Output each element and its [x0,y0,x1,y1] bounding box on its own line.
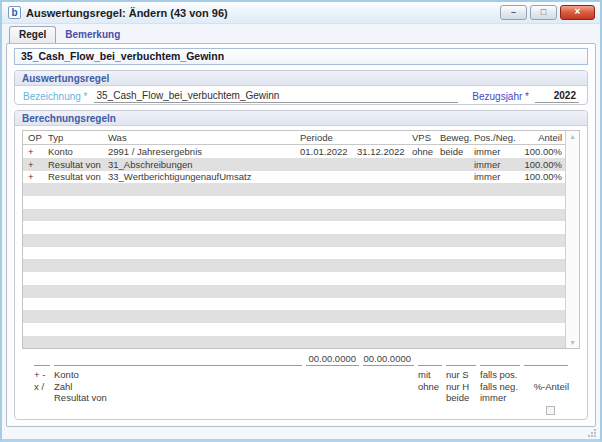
col-op: OP [28,132,48,143]
berechnungsregeln-table: OP Typ Was Periode VPS Beweg. Pos./Neg. … [22,130,580,349]
entry-was-input[interactable] [54,353,302,366]
legend-spacer-1 [306,369,363,417]
groupbox-auswertungsregel-title: Auswertungsregel [15,71,587,86]
cell-posneg: immer [474,171,518,182]
dialog-window: b Auswertungsregel: Ändern (43 von 96) –… [0,0,602,442]
legend-vps: mit ohne [418,369,446,417]
cell-op: + [28,171,48,182]
bezeichnung-label: Bezeichnung * [23,91,88,102]
legend-posneg: falls pos. falls neg. immer [480,369,524,417]
cell-posneg: immer [474,159,518,170]
bezugsjahr-label: Bezugsjahr * [472,91,529,102]
entry-periode-von-input[interactable]: 00.00.0000 [306,353,359,366]
entry-periode-bis-input[interactable]: 00.00.0000 [363,353,414,366]
col-was: Was [108,132,300,143]
groupbox-berechnungsregeln: Berechnungsregeln OP Typ Was Periode VPS… [14,110,588,420]
bezeichnung-input[interactable]: 35_Cash_Flow_bei_verbuchtem_Gewinn [94,90,459,103]
legend-spacer-2 [363,369,418,417]
table-row[interactable]: + Resultat von 33_WertberichtigungenaufU… [23,171,565,184]
legend-beweg: nur S nur H beide [446,369,480,417]
cell-typ: Resultat von [48,159,108,170]
table-row-empty[interactable] [23,221,565,234]
cell-beweg: beide [440,146,474,157]
entry-vps-input[interactable] [418,353,442,366]
tab-page-regel: 35_Cash_Flow_bei_verbuchtem_Gewinn Auswe… [6,43,596,427]
tab-bemerkung[interactable]: Bemerkung [56,27,129,43]
cell-anteil: 100.00% [518,146,565,157]
tab-regel[interactable]: Regel [9,26,56,43]
cell-was: 31_Abschreibungen [108,159,300,170]
cell-op: + [28,146,48,157]
titlebar: b Auswertungsregel: Ändern (43 von 96) –… [2,2,600,24]
table-row-empty[interactable] [23,247,565,260]
cell-vps: ohne [412,146,440,157]
entry-posneg-input[interactable] [480,353,520,366]
table-row-empty[interactable] [23,272,565,285]
col-typ: Typ [48,132,108,143]
bezugsjahr-input[interactable]: 2022 [535,90,579,103]
groupbox-berechnungsregeln-title: Berechnungsregeln [15,111,587,126]
cell-was: 2991 / Jahresergebnis [108,146,300,157]
cell-anteil: 100.00% [518,171,565,182]
statusbar [2,427,600,439]
table-grid: OP Typ Was Periode VPS Beweg. Pos./Neg. … [23,131,565,348]
table-scrollbar[interactable]: ▴ ▾ [565,131,579,348]
table-row[interactable]: + Konto 2991 / Jahresergebnis 01.01.2022… [23,145,565,158]
table-row-empty[interactable] [23,259,565,272]
tabbar: Regel Bemerkung [2,24,600,43]
groupbox-auswertungsregel: Auswertungsregel Bezeichnung * 35_Cash_F… [14,70,588,105]
app-icon: b [8,6,21,19]
resize-grip[interactable] [587,428,597,438]
table-header-row: OP Typ Was Periode VPS Beweg. Pos./Neg. … [23,131,565,145]
table-row-empty[interactable] [23,196,565,209]
table-row-empty[interactable] [23,310,565,323]
legend-anteil-label: %-Anteil [534,381,569,392]
cell-was: 33_WertberichtigungenaufUmsatz [108,171,300,182]
cell-posneg: immer [474,146,518,157]
column-legend: + - x / Konto Zahl Resultat von mit ohne… [22,369,566,417]
cell-typ: Konto [48,146,108,157]
cell-op: + [28,159,48,170]
col-beweg: Beweg. [440,132,474,143]
cell-typ: Resultat von [48,171,108,182]
col-posneg: Pos./Neg. [474,132,518,143]
table-row[interactable]: + Resultat von 31_Abschreibungen immer 1… [23,158,565,171]
col-vps: VPS [412,132,440,143]
scroll-up-icon[interactable]: ▴ [570,132,574,141]
table-row-empty[interactable] [23,285,565,298]
table-row-empty[interactable] [23,298,565,311]
auswertungsregel-form-row: Bezeichnung * 35_Cash_Flow_bei_verbuchte… [15,86,587,105]
entry-anteil-input[interactable] [524,353,568,366]
scroll-down-icon[interactable]: ▾ [570,338,574,347]
table-row-empty[interactable] [23,234,565,247]
table-row-empty[interactable] [23,323,565,336]
table-body: + Konto 2991 / Jahresergebnis 01.01.2022… [23,145,565,348]
new-rule-entry-row: 00.00.0000 00.00.0000 [22,353,566,366]
window-controls: – □ × [500,5,595,20]
minimize-button[interactable]: – [500,5,527,20]
col-anteil: Anteil [518,132,565,143]
entry-beweg-input[interactable] [446,353,476,366]
close-button[interactable]: × [560,5,595,20]
col-periode-von: Periode [300,132,357,143]
cell-periode-von: 01.01.2022 [300,146,357,157]
rule-name-header: 35_Cash_Flow_bei_verbuchtem_Gewinn [14,48,588,65]
table-row-empty[interactable] [23,336,565,349]
table-row-empty[interactable] [23,209,565,222]
legend-anteil: %-Anteil [524,369,572,417]
table-row-empty[interactable] [23,183,565,196]
cell-periode-bis: 31.12.2022 [357,146,412,157]
maximize-button[interactable]: □ [530,5,557,20]
window-title: Auswertungsregel: Ändern (43 von 96) [26,7,228,19]
legend-typ: Konto Zahl Resultat von [54,369,306,417]
cell-anteil: 100.00% [518,159,565,170]
entry-op-input[interactable] [34,353,50,366]
anteil-box-icon [546,406,555,415]
legend-op: + - x / [34,369,54,417]
